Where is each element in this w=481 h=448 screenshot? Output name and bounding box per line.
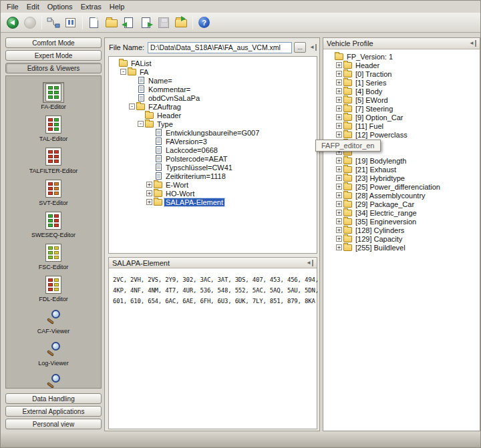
tool-fsc-editor[interactable]: FSC-Editor <box>39 242 69 270</box>
dock-profile-icon[interactable]: ◄ <box>469 40 476 47</box>
tree-item-polstercode-aeat[interactable]: Polstercode=AEAT <box>110 154 317 163</box>
expand-icon[interactable]: + <box>336 62 342 68</box>
tree-item-129-capacity[interactable]: +[129] Capacity <box>326 234 480 243</box>
sidebar-button-expert-mode[interactable]: Expert Mode <box>5 50 102 61</box>
expand-icon[interactable]: + <box>336 158 342 164</box>
tree-item-4-body[interactable]: +[4] Body <box>326 87 480 95</box>
tree-item-ho-wort[interactable]: +HO-Wort <box>110 189 317 198</box>
tree-item-falist[interactable]: FAList <box>110 59 317 67</box>
expand-icon[interactable]: + <box>336 175 342 181</box>
menu-file[interactable]: File <box>3 1 23 12</box>
expand-icon[interactable]: + <box>336 192 342 198</box>
menu-extras[interactable]: Extras <box>77 1 106 12</box>
tree-item-fa[interactable]: -FA <box>110 67 317 76</box>
save-file-button[interactable] <box>155 14 172 31</box>
expand-icon[interactable]: + <box>336 132 342 138</box>
new-file-button[interactable] <box>86 14 102 31</box>
tree-item-header[interactable]: +Header <box>326 61 480 69</box>
tree-item-34-electric-range[interactable]: +[34] Electric_range <box>326 208 480 217</box>
menu-help[interactable]: Help <box>106 1 129 12</box>
tool-talstatus-viewer[interactable]: TALSTATUS-Viewer <box>27 371 80 389</box>
tool-fa-editor[interactable]: FA-Editor <box>41 82 66 110</box>
sidebar-button-personal-view[interactable]: Personal view <box>5 419 102 429</box>
tree-item-35-engineversion[interactable]: +[35] Engineversion <box>326 217 480 226</box>
collapse-icon[interactable]: - <box>129 103 135 109</box>
tree-item-e-wort[interactable]: +E-Wort <box>110 180 317 189</box>
sidebar-button-editors-viewers[interactable]: Editors & Viewers <box>5 63 102 73</box>
tool-log-viewer[interactable]: Log-Viewer <box>38 339 68 367</box>
collapse-icon[interactable]: - <box>120 69 126 75</box>
tree-item-obdcvnsalapa[interactable]: obdCvnSaLaPa <box>110 93 317 102</box>
tree-item-salapa-element[interactable]: +SALAPA-Element <box>110 198 317 206</box>
back-button[interactable] <box>4 14 21 31</box>
expand-icon[interactable]: + <box>336 210 342 216</box>
expand-icon[interactable]: + <box>336 88 342 94</box>
tree-item-entwicklungsbaureihe-g007[interactable]: Entwicklungsbaureihe=G007 <box>110 128 317 137</box>
expand-icon[interactable]: + <box>336 71 342 77</box>
tree-item-faversion-3[interactable]: FAVersion=3 <box>110 137 317 146</box>
tree-item-23-hybridtype[interactable]: +[23] Hybridtype <box>326 174 480 182</box>
tree-item-header[interactable]: Header <box>110 111 317 120</box>
expand-icon[interactable]: + <box>336 201 342 207</box>
expand-icon[interactable]: + <box>336 218 342 224</box>
tree-item-typschl-ssel-cw41[interactable]: Typschlüssel=CW41 <box>110 163 317 172</box>
collapse-icon[interactable]: - <box>138 121 144 127</box>
tree-item-0-traction[interactable]: +[0] Traction <box>326 69 480 78</box>
tree-item-5-eword[interactable]: +[5] EWord <box>326 95 480 104</box>
expand-icon[interactable]: + <box>336 123 342 129</box>
tree-item-1-series[interactable]: +[1] Series <box>326 78 480 87</box>
expand-icon[interactable]: + <box>336 244 342 250</box>
tree-item-29-package-car[interactable]: +[29] Package_Car <box>326 200 480 208</box>
sidebar-button-comfort-mode[interactable]: Comfort Mode <box>5 37 102 48</box>
expand-icon[interactable]: + <box>336 236 342 242</box>
tree-item-12-powerclass[interactable]: +[12] Powerclass <box>326 130 480 139</box>
tree-item-21-exhaust[interactable]: +[21] Exhaust <box>326 165 480 174</box>
expand-icon[interactable]: + <box>336 105 342 111</box>
dock-salapa-icon[interactable]: ◄ <box>306 260 313 266</box>
tree-item-7-steering[interactable]: +[7] Steering <box>326 104 480 113</box>
expand-icon[interactable]: + <box>336 227 342 233</box>
connect-button[interactable] <box>45 14 61 31</box>
tool-fdl-editor[interactable]: FDL-Editor <box>39 274 68 302</box>
tree-item-type[interactable]: -Type <box>110 120 317 128</box>
tree-item-19-bodylength[interactable]: +[19] Bodylength <box>326 156 480 165</box>
menu-edit[interactable]: Edit <box>23 1 43 12</box>
token-button[interactable] <box>62 14 79 31</box>
tool-sweseq-editor[interactable]: SWESEQ-Editor <box>31 210 75 238</box>
expand-icon[interactable]: + <box>336 114 342 120</box>
expand-icon[interactable]: + <box>146 190 152 196</box>
tree-item-name[interactable]: Name= <box>110 76 317 85</box>
tool-svt-editor[interactable]: SVT-Editor <box>39 178 68 206</box>
sidebar-button-external-applications[interactable]: External Applications <box>5 406 102 417</box>
tree-item-kommentar[interactable]: Kommentar= <box>110 85 317 93</box>
open-file-button[interactable] <box>103 14 120 31</box>
sidebar-button-data-handling[interactable]: Data Handling <box>5 393 102 404</box>
tree-item-zeitkriterium-1118[interactable]: Zeitkriterium=1118 <box>110 172 317 180</box>
tool-talfilter-editor[interactable]: TALFILTER-Editor <box>29 146 78 174</box>
expand-icon[interactable]: + <box>146 199 152 205</box>
expand-icon[interactable]: + <box>336 79 342 85</box>
expand-icon[interactable]: + <box>336 184 342 190</box>
tree-item-255-buildlevel[interactable]: +[255] Buildlevel <box>326 243 480 252</box>
tree-item-25-power-differenciation[interactable]: +[25] Power_differenciation <box>326 182 480 191</box>
stop-button[interactable] <box>21 14 38 31</box>
expand-icon[interactable]: + <box>336 97 342 103</box>
open-folder-button[interactable] <box>172 14 189 31</box>
browse-button[interactable]: ... <box>294 42 306 53</box>
tree-item-fzauftrag[interactable]: -FZAuftrag <box>110 102 317 111</box>
tree-item-lackcode-0668[interactable]: Lackcode=0668 <box>110 146 317 154</box>
tool-tal-editor[interactable]: TAL-Editor <box>39 114 67 142</box>
tree-item-28-assemblycountry[interactable]: +[28] Assemblycountry <box>326 191 480 200</box>
expand-icon[interactable]: + <box>146 182 152 188</box>
tree-item-9-option-car[interactable]: +[9] Option_Car <box>326 113 480 122</box>
tree-item-fp-version-1[interactable]: FP_Version: 1 <box>326 52 480 61</box>
dock-panel-icon[interactable]: ◄ <box>309 44 317 51</box>
tree-item-11-fuel[interactable]: +[11] Fuel <box>326 122 480 130</box>
expand-icon[interactable]: + <box>336 166 342 172</box>
export-file-button[interactable] <box>138 14 154 31</box>
help-button[interactable]: ? <box>196 14 212 31</box>
file-name-input[interactable] <box>148 42 292 53</box>
menu-options[interactable]: Options <box>43 1 77 12</box>
tool-caf-viewer[interactable]: CAF-Viewer <box>37 306 69 334</box>
tree-item-128-cylinders[interactable]: +[128] Cylinders <box>326 226 480 234</box>
